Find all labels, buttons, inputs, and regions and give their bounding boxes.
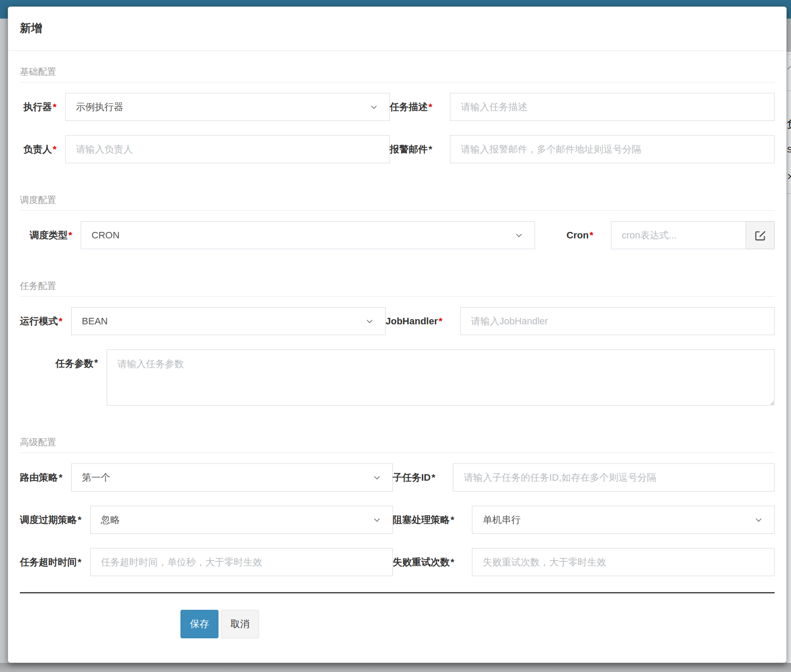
executor-label: 执行器* <box>20 93 65 121</box>
modal-footer: 保存 取消 <box>180 610 775 638</box>
run-mode-label: 运行模式* <box>20 307 71 335</box>
edge-text-fragment: s <box>787 143 791 155</box>
fail-retry-label-text: 失败重试次数 <box>393 556 450 569</box>
route-strategy-select[interactable]: 第一个 <box>71 463 393 491</box>
cron-input-group <box>611 221 775 249</box>
job-param-textarea[interactable] <box>107 349 775 406</box>
timeout-label: 任务超时时间* <box>20 548 90 576</box>
cron-input[interactable] <box>611 221 746 249</box>
schedule-type-label-text: 调度类型 <box>29 229 67 242</box>
cron-label-text: Cron <box>566 230 589 241</box>
required-mark: * <box>59 472 63 483</box>
edge-divider <box>787 90 791 91</box>
owner-label-text: 负责人 <box>23 143 52 156</box>
edge-divider <box>787 193 791 194</box>
edge-close-icon: × <box>787 170 791 184</box>
timeout-label-text: 任务超时时间 <box>20 556 77 569</box>
owner-input[interactable] <box>65 135 390 163</box>
alarm-email-label: 报警邮件* <box>390 135 450 163</box>
row-owner-alarmemail: 负责人* 报警邮件* <box>20 135 775 163</box>
chevron-down-icon <box>372 472 382 483</box>
child-job-id-input[interactable] <box>453 463 775 491</box>
job-desc-input[interactable] <box>450 93 775 121</box>
chevron-down-icon <box>372 515 382 525</box>
required-mark: * <box>53 144 57 155</box>
row-executor-jobdesc: 执行器* 示例执行器 任务描述* <box>20 93 775 121</box>
section-schedule-config: 调度配置 <box>20 193 775 211</box>
block-strategy-label-text: 阻塞处理策略 <box>393 514 450 526</box>
job-handler-input[interactable] <box>460 307 775 335</box>
row-job-param: 任务参数* <box>20 349 775 406</box>
job-desc-label: 任务描述* <box>390 93 450 121</box>
required-mark: * <box>78 557 82 568</box>
alarm-email-input[interactable] <box>450 135 775 163</box>
required-mark: * <box>94 357 98 368</box>
required-mark: * <box>68 230 72 241</box>
block-strategy-label: 阻塞处理策略* <box>393 506 472 534</box>
chevron-down-icon <box>753 515 764 525</box>
job-param-label: 任务参数* <box>20 349 107 406</box>
route-strategy-label-text: 路由策略 <box>20 471 58 484</box>
section-basic-config: 基础配置 <box>20 65 775 82</box>
modal-header: 新增 <box>8 7 786 51</box>
row-misfire-block: 调度过期策略* 忽略 阻塞处理策略* 单机串行 <box>20 506 775 534</box>
run-mode-select[interactable]: BEAN <box>71 307 386 335</box>
job-handler-label: JobHandler* <box>386 307 460 335</box>
edge-divider <box>787 54 791 55</box>
modal-title: 新增 <box>20 20 775 36</box>
footer-divider <box>20 592 775 593</box>
required-mark: * <box>53 101 57 113</box>
schedule-type-select-value: CRON <box>92 230 120 241</box>
edge-text-fragment: 入 <box>787 57 791 71</box>
section-advanced-config: 高级配置 <box>20 436 775 453</box>
block-strategy-select[interactable]: 单机串行 <box>472 506 775 534</box>
misfire-strategy-select-value: 忽略 <box>101 514 120 526</box>
alarm-email-label-text: 报警邮件 <box>390 143 428 156</box>
required-mark: * <box>429 144 433 155</box>
row-timeout-failretry: 任务超时时间* 失败重试次数* <box>20 548 775 576</box>
route-strategy-label: 路由策略* <box>20 463 71 491</box>
row-runmode-jobhandler: 运行模式* BEAN JobHandler* <box>20 307 775 335</box>
run-mode-select-value: BEAN <box>82 316 108 327</box>
required-mark: * <box>59 316 63 327</box>
fail-retry-input[interactable] <box>472 548 775 576</box>
cron-edit-button[interactable] <box>746 221 775 249</box>
job-param-label-text: 任务参数 <box>55 357 93 370</box>
row-routestrategy-childjobid: 路由策略* 第一个 子任务ID* <box>20 463 775 491</box>
schedule-type-select[interactable]: CRON <box>81 221 535 249</box>
block-strategy-select-value: 单机串行 <box>483 514 521 526</box>
misfire-strategy-label-text: 调度过期策略 <box>20 514 77 526</box>
cron-label: Cron* <box>535 221 611 249</box>
page-bottom-strip <box>0 663 791 672</box>
save-button[interactable]: 保存 <box>180 610 218 638</box>
executor-select[interactable]: 示例执行器 <box>65 93 390 121</box>
owner-label: 负责人* <box>20 135 65 163</box>
schedule-type-label: 调度类型* <box>20 221 81 249</box>
row-scheduletype-cron: 调度类型* CRON Cron* <box>20 221 775 249</box>
misfire-strategy-label: 调度过期策略* <box>20 506 90 534</box>
job-handler-label-text: JobHandler <box>386 316 438 327</box>
timeout-input[interactable] <box>90 548 393 576</box>
executor-label-text: 执行器 <box>23 101 52 114</box>
child-job-id-label: 子任务ID* <box>393 463 453 491</box>
run-mode-label-text: 运行模式 <box>20 315 58 328</box>
required-mark: * <box>589 230 593 241</box>
misfire-strategy-select[interactable]: 忽略 <box>90 506 393 534</box>
chevron-down-icon <box>364 316 375 326</box>
edge-gray-band <box>787 19 791 52</box>
required-mark: * <box>78 514 82 526</box>
required-mark: * <box>451 514 455 526</box>
job-desc-label-text: 任务描述 <box>390 101 428 114</box>
chevron-down-icon <box>369 102 379 112</box>
route-strategy-select-value: 第一个 <box>82 471 111 484</box>
modal-body: 基础配置 执行器* 示例执行器 任务描述* 负责人* 报警邮件* <box>8 65 786 638</box>
required-mark: * <box>429 101 433 113</box>
cancel-button[interactable]: 取消 <box>221 610 259 638</box>
child-job-id-label-text: 子任务ID <box>393 471 431 484</box>
required-mark: * <box>451 557 455 568</box>
required-mark: * <box>432 472 436 483</box>
section-task-config: 任务配置 <box>20 279 775 297</box>
edit-pencil-icon <box>754 229 766 241</box>
edge-text-fragment: 负 <box>787 117 791 131</box>
executor-select-value: 示例执行器 <box>76 101 123 114</box>
